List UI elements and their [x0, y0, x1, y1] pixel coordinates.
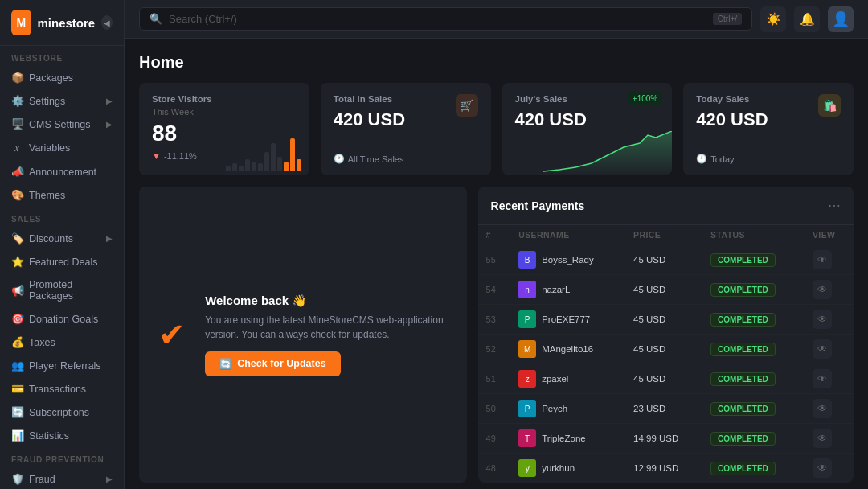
visitors-mini-chart [218, 127, 309, 175]
welcome-description: You are using the latest MineStoreCMS we… [205, 313, 447, 342]
sidebar-label-subscriptions: Subscriptions [29, 407, 89, 418]
collapse-button[interactable]: ◀ [101, 15, 113, 30]
topbar: 🔍 Ctrl+/ ☀️ 🔔 👤 [125, 0, 868, 39]
username-label: Peych [542, 404, 567, 413]
refresh-icon: 🔄 [219, 358, 232, 370]
themes-icon: 🎨 [11, 189, 23, 201]
row-view: 👁 [805, 394, 854, 424]
mini-bar-6 [264, 152, 269, 171]
row-status: COMPLETED [702, 424, 805, 454]
sidebar-item-player-referrals[interactable]: 👥 Player Referrals [0, 354, 124, 377]
row-username: n nazarL [510, 275, 625, 305]
mini-bar-4 [252, 162, 256, 171]
stat-card-visitors: Store Visitors This Week 88 ▼ -11.11% [139, 83, 309, 175]
fraud-arrow: ▶ [106, 475, 113, 483]
row-view: 👁 [805, 454, 854, 483]
sidebar-item-variables[interactable]: 𝑥 Variables [0, 136, 124, 160]
sidebar-item-discounts[interactable]: 🏷️ Discounts ▶ [0, 227, 124, 250]
table-row: 49 T TripleZone 14.99 USD COMPLETED 👁 [478, 424, 854, 454]
row-view: 👁 [805, 335, 854, 364]
sidebar-label-themes: Themes [29, 190, 65, 201]
sidebar-label-featured-deals: Featured Deals [29, 257, 97, 268]
mini-bar-0 [226, 166, 231, 171]
user-avatar: T [518, 429, 536, 447]
view-button[interactable]: 👁 [813, 339, 832, 359]
search-input[interactable] [169, 13, 706, 25]
view-button[interactable]: 👁 [813, 310, 832, 329]
row-view: 👁 [805, 275, 854, 305]
sidebar-item-subscriptions[interactable]: 🔄 Subscriptions [0, 401, 124, 424]
row-price: 45 USD [625, 335, 702, 364]
sidebar-item-announcement[interactable]: 📣 Announcement [0, 160, 124, 183]
stat-card-today: Today Sales 420 USD 🛍️ 🕐 Today [683, 83, 854, 175]
today-title: Today Sales [696, 94, 768, 104]
payments-body: 55 B Boyss_Rady 45 USD COMPLETED 👁 54 n [478, 245, 854, 483]
view-button[interactable]: 👁 [813, 429, 832, 448]
sidebar-label-discounts: Discounts [29, 233, 73, 244]
view-button[interactable]: 👁 [813, 250, 832, 269]
view-button[interactable]: 👁 [813, 399, 832, 418]
welcome-card: ✔ Welcome back 👋 You are using the lates… [139, 187, 467, 483]
search-box[interactable]: 🔍 Ctrl+/ [139, 7, 752, 31]
settings-icon: ⚙️ [11, 95, 23, 107]
sidebar-item-themes[interactable]: 🎨 Themes [0, 183, 124, 207]
transactions-icon: 💳 [11, 383, 23, 395]
total-sales-label: 🕐 All Time Sales [334, 154, 478, 164]
notifications-button[interactable]: 🔔 [794, 6, 820, 32]
username-label: nazarL [542, 285, 570, 294]
sidebar-item-featured-deals[interactable]: ⭐ Featured Deals [0, 250, 124, 273]
username-label: ProEXE777 [542, 314, 590, 324]
row-username: T TripleZone [510, 424, 625, 454]
theme-toggle-button[interactable]: ☀️ [760, 6, 786, 32]
view-button[interactable]: 👁 [813, 280, 832, 299]
username-label: TripleZone [542, 434, 586, 443]
sidebar-item-promoted-packages[interactable]: 📢 Promoted Packages [0, 273, 124, 307]
table-row: 54 n nazarL 45 USD COMPLETED 👁 [478, 275, 854, 305]
logo-icon: M [11, 10, 31, 35]
sidebar-item-fraud[interactable]: 🛡️ Fraud ▶ [0, 467, 124, 489]
row-username: z zpaxel [510, 364, 625, 394]
search-icon: 🔍 [149, 13, 162, 25]
user-avatar: B [518, 251, 536, 269]
username-label: Boyss_Rady [542, 255, 594, 265]
view-button[interactable]: 👁 [813, 458, 832, 478]
row-view: 👁 [805, 305, 854, 335]
sidebar-label-statistics: Statistics [29, 430, 69, 442]
search-shortcut: Ctrl+/ [713, 13, 742, 25]
sidebar-item-packages[interactable]: 📦 Packages [0, 66, 124, 89]
today-clock-icon: 🕐 [696, 154, 707, 164]
july-line-chart [543, 131, 672, 175]
mini-bar-1 [232, 163, 237, 171]
mini-bar-10 [290, 138, 295, 171]
sidebar-item-taxes[interactable]: 💰 Taxes [0, 331, 124, 354]
sidebar-item-settings[interactable]: ⚙️ Settings ▶ [0, 89, 124, 113]
mini-bar-2 [239, 166, 244, 171]
row-price: 23 USD [625, 394, 702, 424]
view-button[interactable]: 👁 [813, 369, 832, 388]
mini-bar-11 [297, 159, 301, 171]
row-status: COMPLETED [702, 245, 805, 275]
row-id: 50 [478, 394, 511, 424]
row-id: 49 [478, 424, 511, 454]
clock-icon: 🕐 [334, 154, 345, 164]
table-header: # USERNAME PRICE STATUS VIEW [478, 225, 854, 245]
table-row: 48 y yurkhun 12.99 USD COMPLETED 👁 [478, 454, 854, 483]
user-avatar-button[interactable]: 👤 [828, 6, 854, 32]
row-username: P Peych [510, 394, 625, 424]
sidebar-item-cms-settings[interactable]: 🖥️ CMS Settings ▶ [0, 113, 124, 136]
variables-icon: 𝑥 [11, 142, 23, 154]
mini-bar-9 [284, 162, 289, 171]
sidebar-item-donation-goals[interactable]: 🎯 Donation Goals [0, 307, 124, 331]
sidebar-item-transactions[interactable]: 💳 Transactions [0, 377, 124, 401]
sidebar-item-statistics[interactable]: 📊 Statistics [0, 424, 124, 447]
avatar-icon: 👤 [832, 10, 850, 28]
recent-payments-menu-button[interactable]: ⋯ [828, 198, 841, 213]
taxes-icon: 💰 [11, 336, 23, 348]
subscriptions-icon: 🔄 [11, 406, 23, 418]
two-col-row: ✔ Welcome back 👋 You are using the lates… [139, 187, 854, 483]
user-avatar: P [518, 310, 536, 328]
check-updates-button[interactable]: 🔄 Check for Updates [205, 351, 340, 376]
settings-arrow: ▶ [106, 97, 113, 105]
mini-bar-7 [271, 143, 276, 171]
username-label: yurkhun [542, 463, 575, 473]
